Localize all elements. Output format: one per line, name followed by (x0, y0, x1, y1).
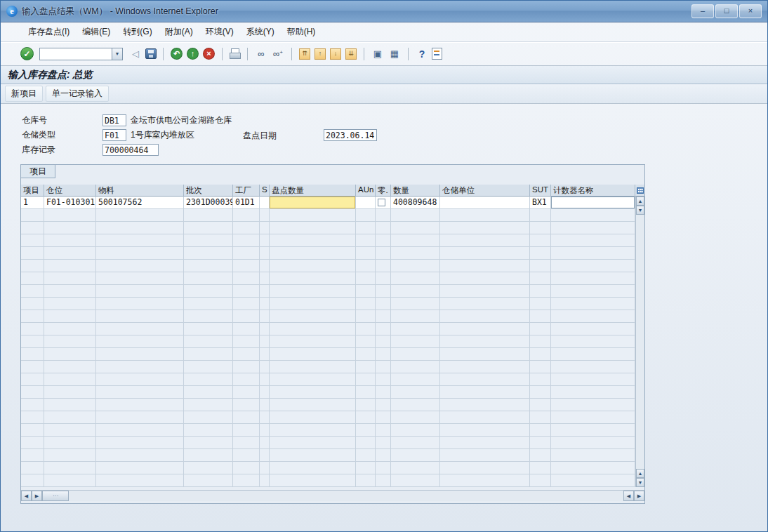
empty-cell (21, 399, 44, 411)
empty-cell (260, 260, 270, 272)
menu-item-6[interactable]: 系统(Y) (240, 24, 281, 40)
column-header-item[interactable]: 项目 (21, 185, 44, 197)
print-button[interactable] (229, 48, 241, 59)
empty-cell (96, 234, 184, 247)
column-header-counter-name[interactable]: 计数器名称 (551, 185, 635, 197)
empty-cell (96, 386, 184, 399)
column-header-material[interactable]: 物料 (96, 185, 184, 197)
empty-cell (440, 386, 530, 399)
scroll-down-bottom-icon[interactable]: ▼ (636, 478, 644, 487)
table-empty-row (21, 310, 635, 323)
empty-cell (530, 310, 551, 323)
empty-cell (551, 247, 635, 260)
empty-cell (356, 386, 376, 399)
cell-s (260, 197, 270, 209)
counter-name-input[interactable] (551, 197, 635, 209)
scroll-up-bottom-icon[interactable]: ▲ (636, 469, 644, 478)
app-toolbar-button-1[interactable]: 新项目 (5, 86, 43, 102)
column-header-batch[interactable]: 批次 (184, 185, 233, 197)
scroll-left-icon[interactable]: ◀ (21, 491, 32, 501)
menu-item-7[interactable]: 帮助(H) (281, 24, 322, 40)
empty-cell (391, 272, 440, 285)
column-header-s[interactable]: S (260, 185, 270, 197)
save-button[interactable] (145, 48, 157, 59)
empty-cell (44, 424, 96, 437)
help-button[interactable]: ? (415, 47, 429, 61)
vertical-scroll-track[interactable] (636, 215, 644, 469)
empty-cell (356, 373, 376, 386)
horizontal-scroll-track[interactable] (69, 491, 623, 501)
empty-cell (376, 399, 391, 411)
zero-checkbox[interactable] (378, 199, 385, 206)
cancel-button[interactable]: × (203, 48, 215, 60)
find-next-button[interactable]: ∞ (271, 47, 285, 61)
empty-cell (44, 285, 96, 298)
menu-item-1[interactable]: 库存盘点(I) (22, 24, 76, 40)
menu-item-5[interactable]: 环境(V) (199, 24, 240, 40)
column-header-count-qty[interactable]: 盘点数量 (270, 185, 356, 197)
column-header-plant[interactable]: 工厂 (233, 185, 260, 197)
cell-plant: 01D1 (233, 197, 260, 209)
horizontal-scroll-thumb[interactable]: ⋯ (42, 491, 69, 501)
empty-cell (440, 272, 530, 285)
empty-cell (440, 449, 530, 462)
customize-layout-button[interactable] (432, 48, 442, 60)
new-session-button[interactable]: ▣ (371, 47, 385, 61)
last-page-button[interactable]: ⇊ (345, 48, 357, 60)
next-page-button[interactable]: ↓ (330, 48, 341, 60)
back-button[interactable]: ↶ (171, 48, 183, 60)
column-header-sut[interactable]: SUT (530, 185, 551, 197)
command-input[interactable] (39, 48, 112, 60)
scroll-down-icon[interactable]: ▼ (636, 206, 644, 215)
scroll-left-end-icon[interactable]: ◀ (623, 491, 634, 501)
empty-cell (530, 247, 551, 260)
inventory-record-field[interactable]: 700000464 (102, 144, 159, 156)
column-header-bin[interactable]: 仓位 (44, 185, 96, 197)
find-button[interactable]: ∞ (254, 47, 268, 61)
create-shortcut-button[interactable]: ▦ (388, 47, 402, 61)
empty-cell (551, 209, 635, 222)
enter-key-icon[interactable]: ◁ (128, 47, 143, 61)
empty-cell (391, 411, 440, 424)
close-button[interactable]: × (739, 4, 762, 18)
scroll-up-icon[interactable]: ▲ (636, 197, 644, 206)
previous-page-button[interactable]: ↑ (315, 48, 326, 60)
table-right-column: ▲ ▼ ▲ ▼ (635, 185, 644, 487)
empty-cell (233, 310, 260, 323)
empty-cell (551, 298, 635, 310)
table-empty-row (21, 437, 635, 449)
enter-button[interactable]: ✓ (20, 47, 34, 60)
column-header-aun[interactable]: AUn (356, 185, 376, 197)
exit-button[interactable]: ↑ (187, 48, 199, 60)
scroll-right-end-icon[interactable]: ▶ (634, 491, 644, 501)
warehouse-label: 仓库号 (22, 114, 102, 126)
empty-cell (270, 348, 356, 361)
empty-cell (356, 247, 376, 260)
column-header-qty[interactable]: 数量 (391, 185, 440, 197)
menu-item-3[interactable]: 转到(G) (117, 24, 158, 40)
table-settings-icon[interactable] (637, 187, 644, 194)
empty-cell (260, 323, 270, 335)
empty-cell (440, 209, 530, 222)
empty-cell (233, 260, 260, 272)
count-date-field[interactable]: 2023.06.14 (324, 129, 377, 141)
storage-type-field[interactable]: F01 (102, 129, 126, 141)
empty-cell (44, 411, 96, 424)
empty-cell (376, 234, 391, 247)
first-page-button[interactable]: ⇈ (299, 48, 310, 60)
warehouse-number-field[interactable]: DB1 (102, 114, 126, 126)
menu-item-2[interactable]: 编辑(E) (76, 24, 117, 40)
toolbar-separator (222, 48, 223, 60)
column-header-storage-unit[interactable]: 仓储单位 (440, 185, 530, 197)
empty-cell (260, 424, 270, 437)
menu-item-4[interactable]: 附加(A) (159, 24, 199, 40)
command-dropdown-icon[interactable]: ▼ (112, 48, 123, 60)
scroll-right-icon[interactable]: ▶ (32, 491, 42, 501)
minimize-button[interactable]: – (691, 4, 714, 18)
app-toolbar-button-2[interactable]: 单一记录输入 (46, 86, 109, 102)
empty-cell (21, 449, 44, 462)
column-header-zero[interactable]: 零. (376, 185, 391, 197)
maximize-button[interactable]: □ (715, 4, 738, 18)
empty-cell (551, 462, 635, 474)
count-qty-input[interactable] (270, 197, 356, 209)
